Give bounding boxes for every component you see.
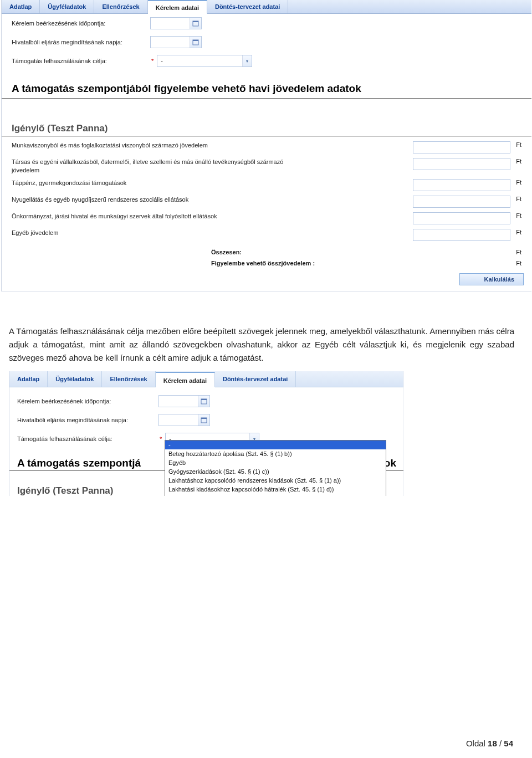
income-input-5[interactable] [413, 229, 510, 241]
unit-label: Ft [510, 249, 521, 255]
start-date-field [150, 36, 202, 48]
income-row: Egyéb jövedelem Ft [2, 227, 531, 243]
tab-adatlap[interactable]: Adatlap [9, 371, 48, 387]
section-income-heading: A támogatás szempontjából figyelembe veh… [2, 70, 531, 99]
label-start-date: Hivatalbóli eljárás megindításának napja… [12, 39, 150, 45]
calculate-button[interactable]: Kalkulálás [459, 273, 524, 285]
income-label: Nyugellátás és egyéb nyugdíjszerű rendsz… [12, 196, 408, 204]
svg-rect-7 [201, 418, 207, 419]
income-row: Munkaviszonyból és más foglalkoztatási v… [2, 139, 531, 156]
label-arrival-date: Kérelem beérkezésének időpontja: [17, 398, 158, 404]
unit-label: Ft [510, 229, 521, 235]
income-label: Egyéb jövedelem [12, 229, 408, 237]
section-applicant-heading: Igénylő (Teszt Panna) [2, 116, 531, 137]
app-frame-2: Adatlap Ügyféladatok Ellenőrzések Kérele… [9, 371, 404, 496]
row-arrival-date: Kérelem beérkezésének időpontja: [9, 387, 404, 411]
start-date-input[interactable] [159, 415, 198, 425]
tab-ellenorzesek[interactable]: Ellenőrzések [102, 371, 155, 387]
tab-dontes-tervezet[interactable]: Döntés-tervezet adatai [207, 0, 288, 13]
section-income-heading-left: A támogatás szempontjá [9, 448, 142, 470]
income-label: Táppénz, gyermekgondozási támogatások [12, 179, 408, 187]
select-option[interactable]: Egyéb [165, 458, 386, 467]
tab-adatlap[interactable]: Adatlap [2, 0, 40, 13]
footer-page: 18 [488, 739, 497, 748]
tab-ellenorzesek[interactable]: Ellenőrzések [94, 0, 147, 13]
purpose-select-popup[interactable]: - Beteg hozzátartozó ápolása (Szt. 45. §… [165, 440, 386, 496]
unit-label: Ft [510, 196, 521, 202]
tabbar: Adatlap Ügyféladatok Ellenőrzések Kérele… [2, 0, 531, 14]
tab-dontes-tervezet[interactable]: Döntés-tervezet adatai [215, 371, 296, 387]
chevron-down-icon[interactable]: ▾ [242, 55, 252, 66]
manual-paragraph: A Támogatás felhasználásának célja mezőb… [0, 291, 532, 371]
row-purpose: Támogatás felhasználásának célja: * - ▾ [2, 52, 531, 70]
footer-total: 54 [504, 739, 513, 748]
income-row: Önkormányzat, járási hivatal és munkaügy… [2, 210, 531, 227]
total-sum-label: Összesen: [211, 249, 510, 255]
label-arrival-date: Kérelem beérkezésének időpontja: [12, 20, 150, 27]
income-input-4[interactable] [413, 212, 510, 224]
tab-ugyeladatok[interactable]: Ügyféladatok [40, 0, 94, 13]
select-option[interactable]: Rendkívüli települési támogatás (Szt. 45… [165, 494, 386, 496]
total-considered-label: Figyelembe vehető összjövedelem : [211, 260, 510, 267]
arrival-date-input[interactable] [151, 18, 190, 28]
totals-block: Összesen: Ft Figyelembe vehető összjöved… [2, 243, 531, 269]
start-date-input[interactable] [151, 37, 190, 47]
income-row: Nyugellátás és egyéb nyugdíjszerű rendsz… [2, 193, 531, 210]
tab-ugyeladatok[interactable]: Ügyféladatok [48, 371, 102, 387]
income-label: Társas és egyéni vállalkozásból, ősterme… [12, 158, 309, 175]
tab-kerelem-adatai[interactable]: Kérelem adatai [156, 372, 215, 387]
calendar-icon[interactable] [198, 414, 209, 426]
svg-rect-5 [201, 399, 207, 400]
unit-label: Ft [510, 158, 521, 165]
tab-kerelem-adatai[interactable]: Kérelem adatai [148, 0, 207, 14]
app-frame-2-clip: Adatlap Ügyféladatok Ellenőrzések Kérele… [9, 371, 404, 496]
svg-rect-3 [193, 40, 198, 41]
arrival-date-field [150, 17, 202, 29]
income-input-1[interactable] [413, 158, 510, 170]
svg-rect-1 [193, 21, 198, 22]
page-footer: Oldal 18 / 54 [466, 739, 513, 748]
income-row: Táppénz, gyermekgondozási támogatások Ft [2, 177, 531, 193]
row-start-date: Hivatalbóli eljárás megindításának napja… [2, 33, 531, 52]
select-option[interactable]: Gyógyszerkiadások (Szt. 45. § (1) c)) [165, 467, 386, 476]
footer-sep: / [497, 739, 504, 748]
start-date-field [158, 414, 210, 426]
income-input-0[interactable] [413, 141, 510, 153]
app-frame-1: Adatlap Ügyféladatok Ellenőrzések Kérele… [1, 0, 531, 291]
label-purpose: Támogatás felhasználásának célja: [17, 436, 158, 442]
unit-label: Ft [510, 179, 521, 186]
income-label: Munkaviszonyból és más foglalkoztatási v… [12, 141, 408, 150]
row-start-date: Hivatalbóli eljárás megindításának napja… [9, 411, 404, 429]
arrival-date-field [158, 395, 210, 407]
select-option[interactable]: Lakhatáshoz kapcsolódó rendszeres kiadás… [165, 476, 386, 485]
arrival-date-input[interactable] [159, 396, 198, 406]
select-option[interactable]: Lakhatási kiadásokhoz kapcsolódó hátralé… [165, 485, 386, 494]
select-option[interactable]: - [165, 441, 386, 449]
calc-bar: Kalkulálás [2, 269, 531, 291]
unit-label: Ft [510, 260, 521, 267]
income-label: Önkormányzat, járási hivatal és munkaügy… [12, 212, 408, 221]
select-option[interactable]: Beteg hozzátartozó ápolása (Szt. 45. § (… [165, 449, 386, 458]
calendar-icon[interactable] [190, 37, 201, 48]
footer-prefix: Oldal [466, 739, 488, 748]
label-start-date: Hivatalbóli eljárás megindításának napja… [17, 417, 158, 423]
row-arrival-date: Kérelem beérkezésének időpontja: [2, 14, 531, 33]
calendar-icon[interactable] [190, 18, 201, 29]
unit-label: Ft [510, 212, 521, 219]
tabbar: Adatlap Ügyféladatok Ellenőrzések Kérele… [9, 371, 404, 387]
calendar-icon[interactable] [198, 396, 209, 407]
label-purpose: Támogatás felhasználásának célja: [12, 58, 150, 64]
required-mark: * [151, 58, 154, 64]
income-input-2[interactable] [413, 179, 510, 191]
required-mark: * [160, 436, 162, 442]
unit-label: Ft [510, 141, 521, 148]
income-row: Társas és egyéni vállalkozásból, ősterme… [2, 156, 531, 177]
income-input-3[interactable] [413, 196, 510, 208]
purpose-select[interactable]: - ▾ [157, 55, 252, 67]
purpose-select-value: - [157, 58, 242, 64]
